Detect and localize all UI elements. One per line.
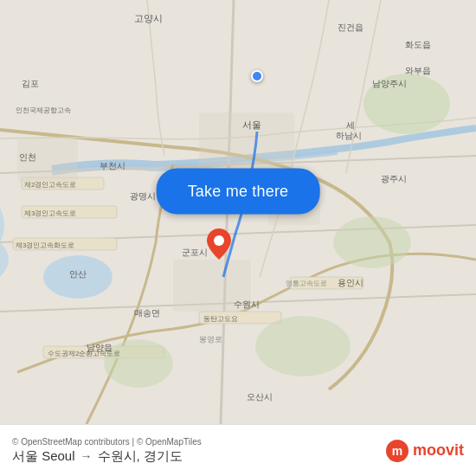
svg-point-48 [214,235,224,246]
svg-text:화도읍: 화도읍 [405,40,431,49]
svg-text:영통고속도로: 영통고속도로 [286,280,327,287]
svg-text:m: m [392,444,402,458]
svg-text:매송면: 매송면 [134,308,160,318]
svg-text:세: 세 [346,120,355,130]
logo-m: m [413,441,427,459]
take-me-there-button[interactable]: Take me there [157,168,320,214]
svg-text:제3경인고속화도로: 제3경인고속화도로 [16,241,74,249]
svg-text:광명시: 광명시 [130,191,156,201]
svg-text:수원시: 수원시 [234,299,260,309]
map-attribution: © OpenStreetMap contributors | © OpenMap… [12,437,202,447]
svg-text:하남시: 하남시 [336,131,362,140]
svg-text:봉영로: 봉영로 [199,335,222,344]
svg-text:서울: 서울 [242,119,261,130]
moovit-logo: m moovit [385,439,464,463]
destination-label: 수원시, 경기도 [98,448,183,465]
svg-text:인천국제공항고속: 인천국제공항고속 [16,106,71,114]
svg-text:오산시: 오산시 [247,392,273,402]
svg-text:고양시: 고양시 [134,13,163,23]
svg-text:수도권제2순환고속도로: 수도권제2순환고속도로 [48,350,120,357]
seoul-marker [251,70,263,82]
svg-text:제2경인고속도로: 제2경인고속도로 [24,181,76,189]
svg-text:광주시: 광주시 [381,174,407,183]
route-info: 서울 Seoul → 수원시, 경기도 [12,448,202,465]
logo-rest: oovit [427,441,464,459]
moovit-logo-text: moovit [413,441,464,460]
footer-info: © OpenStreetMap contributors | © OpenMap… [12,437,202,465]
svg-text:용인시: 용인시 [338,278,363,287]
origin-label: 서울 Seoul [12,448,75,465]
svg-text:안산: 안산 [69,269,87,279]
svg-text:김포: 김포 [22,79,39,88]
moovit-logo-icon: m [385,439,409,463]
svg-point-17 [333,216,411,268]
route-arrow: → [80,449,93,463]
svg-point-18 [255,316,351,376]
svg-text:진건읍: 진건읍 [338,23,363,32]
footer-bar: © OpenStreetMap contributors | © OpenMap… [0,424,476,476]
svg-text:인천: 인천 [19,152,36,162]
svg-text:동탄고도요: 동탄고도요 [203,315,238,323]
svg-text:군포시: 군포시 [182,248,208,257]
svg-text:부천시: 부천시 [100,161,125,170]
suwon-marker [207,228,231,263]
svg-text:와부읍: 와부읍 [405,66,431,75]
svg-text:제3경인고속도로: 제3경인고속도로 [24,209,76,217]
map-container: 고양시 김포 인천 부천시 광명시 안산 군포시 매송면 남양읍 서울 하남시 … [0,0,476,424]
svg-text:남양주시: 남양주시 [372,79,407,88]
svg-point-19 [104,339,173,388]
